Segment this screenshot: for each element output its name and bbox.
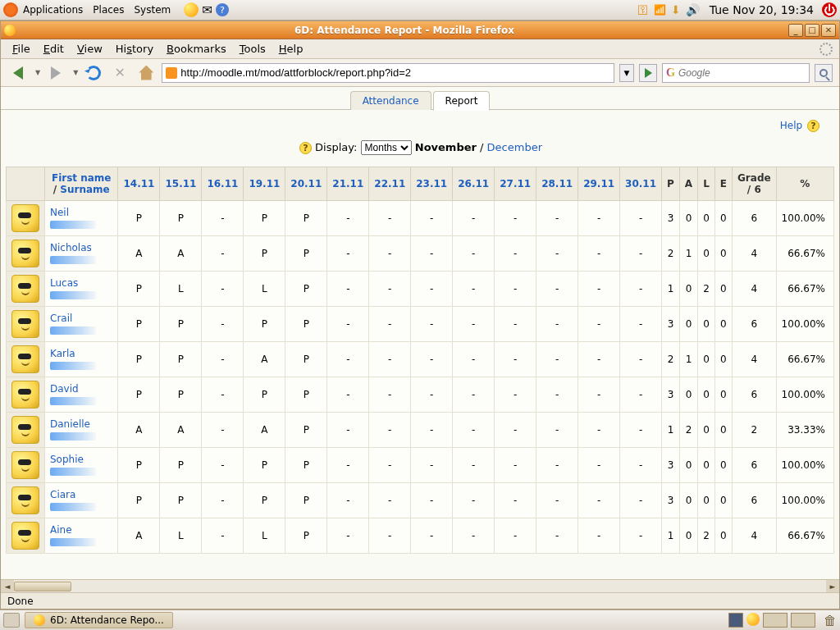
student-link[interactable]: Lucas — [50, 277, 78, 289]
search-button[interactable] — [815, 64, 833, 82]
stat-e: 0 — [714, 413, 732, 448]
menu-view[interactable]: View — [72, 41, 107, 57]
menu-tools[interactable]: Tools — [235, 41, 271, 57]
menu-history[interactable]: History — [111, 41, 158, 57]
avatar-icon[interactable] — [11, 345, 39, 373]
student-link[interactable]: Crail — [50, 313, 72, 324]
updates-icon[interactable]: ⬇ — [671, 3, 681, 16]
col-date-10[interactable]: 28.11 — [536, 167, 578, 201]
menu-bookmarks[interactable]: Bookmarks — [162, 41, 231, 57]
workspace-2[interactable] — [791, 613, 815, 628]
surname-redacted — [50, 538, 96, 546]
col-date-9[interactable]: 27.11 — [495, 167, 536, 201]
col-date-0[interactable]: 14.11 — [118, 167, 160, 201]
student-link[interactable]: Ciara — [50, 489, 75, 500]
col-L[interactable]: L — [698, 167, 715, 201]
power-icon[interactable]: ⏻ — [822, 2, 837, 17]
window-titlebar[interactable]: 6D: Attendance Report - Mozilla Firefox … — [1, 21, 839, 39]
avatar-icon[interactable] — [11, 204, 39, 232]
workspace-switcher-icon[interactable] — [728, 613, 743, 628]
mail-launcher-icon[interactable]: ✉ — [202, 2, 212, 17]
help-link[interactable]: Help — [780, 120, 802, 131]
avatar-icon[interactable] — [11, 381, 39, 409]
menu-edit[interactable]: Edit — [39, 41, 69, 57]
student-link[interactable]: David — [50, 383, 79, 395]
month-december-link[interactable]: December — [487, 141, 542, 153]
system-menu[interactable]: System — [134, 4, 171, 16]
col-date-12[interactable]: 30.11 — [620, 167, 662, 201]
col-A[interactable]: A — [679, 167, 697, 201]
scroll-right-button[interactable]: ► — [826, 580, 839, 592]
student-link[interactable]: Nicholas — [50, 242, 92, 253]
tab-attendance[interactable]: Attendance — [350, 91, 431, 110]
student-link[interactable]: Sophie — [50, 454, 84, 465]
back-button[interactable] — [7, 62, 29, 84]
col-date-7[interactable]: 23.11 — [411, 167, 453, 201]
menu-file[interactable]: File — [7, 41, 35, 57]
url-dropdown[interactable]: ▼ — [619, 64, 634, 82]
avatar-icon[interactable] — [11, 310, 39, 338]
table-row: Ciara PP-PP--------30006100.00% — [7, 483, 834, 518]
taskbar-item-firefox[interactable]: 6D: Attendance Repo... — [25, 612, 173, 628]
col-date-4[interactable]: 20.11 — [285, 167, 327, 201]
workspace-1[interactable] — [763, 613, 788, 628]
search-input[interactable] — [678, 67, 806, 79]
display-select[interactable]: Months — [361, 140, 412, 155]
show-desktop-button[interactable] — [3, 613, 20, 628]
url-bar[interactable] — [162, 63, 614, 83]
col-grade[interactable]: Grade / 6 — [733, 167, 777, 201]
back-dropdown[interactable]: ▼ — [35, 69, 40, 76]
student-link[interactable]: Neil — [50, 207, 69, 218]
scroll-thumb[interactable] — [14, 582, 71, 591]
avatar-icon[interactable] — [11, 275, 39, 303]
help-launcher-icon[interactable]: ? — [216, 3, 229, 16]
home-button[interactable] — [135, 62, 157, 84]
avatar-icon[interactable] — [11, 522, 39, 550]
avatar-icon[interactable] — [11, 240, 39, 267]
student-link[interactable]: Karla — [50, 348, 75, 359]
stat-l: 0 — [698, 236, 715, 272]
maximize-button[interactable]: □ — [805, 24, 819, 37]
volume-icon[interactable]: 🔊 — [686, 3, 700, 16]
avatar-icon[interactable] — [11, 416, 39, 444]
minimize-button[interactable]: _ — [788, 24, 803, 37]
go-button[interactable] — [639, 64, 657, 82]
student-link[interactable]: Danielle — [50, 418, 90, 430]
horizontal-scrollbar[interactable]: ◄ ► — [1, 579, 839, 592]
col-date-11[interactable]: 29.11 — [578, 167, 620, 201]
search-bar[interactable]: G — [662, 63, 810, 83]
google-icon[interactable]: G — [666, 66, 675, 80]
tab-report[interactable]: Report — [433, 91, 491, 111]
close-button[interactable]: ✕ — [821, 24, 836, 37]
keyring-icon[interactable]: ⚿ — [637, 3, 649, 16]
mark-cell: - — [578, 483, 620, 518]
places-menu[interactable]: Places — [93, 4, 124, 16]
trash-icon[interactable]: 🗑 — [824, 613, 837, 628]
col-P[interactable]: P — [662, 167, 680, 201]
reload-button[interactable] — [83, 62, 104, 84]
col-date-2[interactable]: 16.11 — [202, 167, 244, 201]
firefox-tray-icon[interactable] — [746, 613, 760, 626]
display-help-icon[interactable]: ? — [299, 142, 312, 154]
avatar-icon[interactable] — [11, 451, 39, 479]
col-avatar[interactable] — [7, 167, 45, 201]
apps-menu[interactable]: Applications — [23, 4, 83, 16]
col-date-3[interactable]: 19.11 — [244, 167, 285, 201]
col-name[interactable]: First name / Surname — [45, 167, 118, 201]
avatar-icon[interactable] — [11, 486, 39, 514]
help-icon[interactable]: ? — [807, 120, 819, 132]
col-date-5[interactable]: 21.11 — [327, 167, 369, 201]
col-date-1[interactable]: 15.11 — [160, 167, 202, 201]
col-date-6[interactable]: 22.11 — [369, 167, 411, 201]
menu-help[interactable]: Help — [274, 41, 308, 57]
student-link[interactable]: Aine — [50, 524, 72, 536]
col-E[interactable]: E — [714, 167, 732, 201]
scroll-left-button[interactable]: ◄ — [1, 580, 14, 592]
mark-cell: P — [160, 448, 202, 483]
col-pct[interactable]: % — [776, 167, 833, 201]
clock[interactable]: Tue Nov 20, 19:34 — [710, 3, 814, 16]
url-input[interactable] — [180, 66, 610, 79]
network-icon[interactable]: 📶 — [654, 4, 666, 16]
firefox-launcher-icon[interactable] — [184, 2, 199, 17]
col-date-8[interactable]: 26.11 — [453, 167, 495, 201]
